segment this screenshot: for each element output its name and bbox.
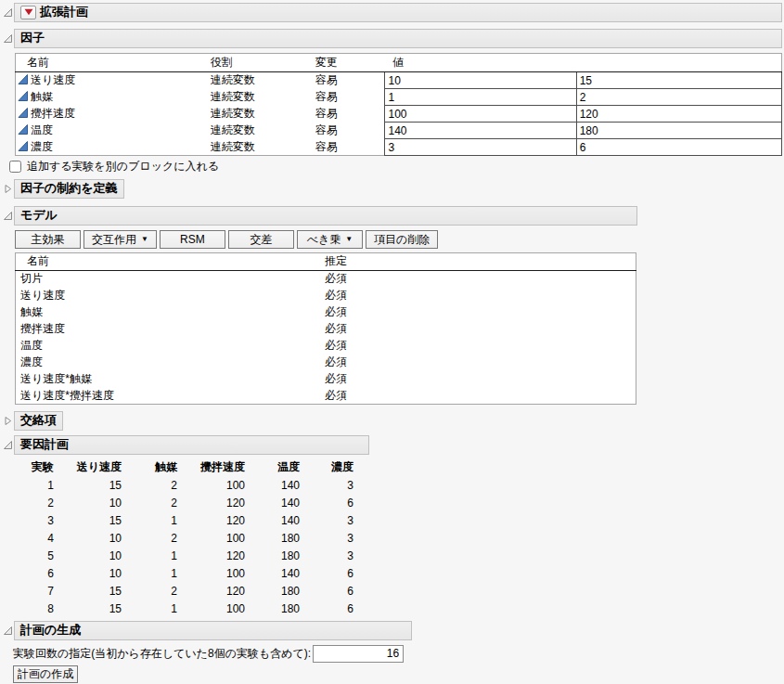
factors-table: 名前 役割 変更 値 送り速度 連続変数 容易 10 15 触媒 連続変数 容易… xyxy=(15,53,782,156)
design-run-row: 81511001806 xyxy=(13,600,353,617)
term-estimate-cell[interactable]: 必須 xyxy=(320,321,636,338)
factors-header-row: 名前 役割 変更 値 xyxy=(16,54,782,72)
factor-role-cell[interactable]: 連続変数 xyxy=(207,139,312,156)
section-factorial-header: 要因計画 xyxy=(2,435,784,455)
term-estimate-cell[interactable]: 必須 xyxy=(320,388,636,405)
cell-value: 2 xyxy=(122,582,177,600)
remove-term-button[interactable]: 項目の削除 xyxy=(366,230,438,249)
disclosure-open-icon[interactable] xyxy=(2,435,14,455)
factor-role-cell[interactable]: 連続変数 xyxy=(207,123,312,139)
disclosure-closed-icon[interactable] xyxy=(2,411,14,431)
col-header-name: 名前 xyxy=(16,54,207,72)
continuous-factor-icon xyxy=(18,141,29,154)
separate-block-checkbox[interactable] xyxy=(9,161,21,173)
cross-button[interactable]: 交差 xyxy=(228,230,294,249)
term-estimate-cell[interactable]: 必須 xyxy=(320,355,636,371)
term-name-cell[interactable]: 攪拌速度 xyxy=(16,321,320,338)
disclosure-open-icon[interactable] xyxy=(2,3,14,22)
factor-role-cell[interactable]: 連続変数 xyxy=(207,72,312,89)
model-term-row[interactable]: 送り速度*攪拌速度必須 xyxy=(16,388,636,405)
factor-low-value-cell[interactable]: 10 xyxy=(385,72,576,89)
factors-title-bar: 因子 xyxy=(14,29,782,48)
factor-row: 攪拌速度 連続変数 容易 100 120 xyxy=(16,106,782,123)
factor-low-value-cell[interactable]: 3 xyxy=(385,139,576,156)
col-header-catalyst: 触媒 xyxy=(122,458,177,476)
model-term-row[interactable]: 濃度必須 xyxy=(16,355,636,371)
factor-name-cell[interactable]: 送り速度 xyxy=(16,72,207,89)
factor-high-value-cell[interactable]: 15 xyxy=(576,72,781,89)
cell-value: 15 xyxy=(54,600,122,617)
cell-value: 2 xyxy=(122,494,177,511)
factor-change-cell[interactable]: 容易 xyxy=(312,89,385,106)
term-name-cell[interactable]: 触媒 xyxy=(16,304,320,321)
cell-value: 6 xyxy=(300,582,353,600)
rsm-button[interactable]: RSM xyxy=(160,230,225,249)
model-term-row[interactable]: 触媒必須 xyxy=(16,304,636,321)
disclosure-closed-icon[interactable] xyxy=(2,179,14,199)
model-term-row[interactable]: 送り速度*触媒必須 xyxy=(16,371,636,388)
factor-change-cell[interactable]: 容易 xyxy=(312,123,385,139)
term-name-cell[interactable]: 切片 xyxy=(16,271,320,288)
factor-change-cell[interactable]: 容易 xyxy=(312,72,385,89)
term-name-cell[interactable]: 送り速度 xyxy=(16,288,320,304)
term-name-cell[interactable]: 送り速度*触媒 xyxy=(16,371,320,388)
factor-name-cell[interactable]: 温度 xyxy=(16,123,207,139)
runs-count-input[interactable] xyxy=(313,645,404,663)
cell-value: 10 xyxy=(54,547,122,564)
model-term-row[interactable]: 攪拌速度必須 xyxy=(16,321,636,338)
model-term-row[interactable]: 送り速度必須 xyxy=(16,288,636,304)
factor-high-value-cell[interactable]: 2 xyxy=(576,89,781,106)
factorial-header-row: 実験 送り速度 触媒 攪拌速度 温度 濃度 xyxy=(13,458,353,476)
design-run-row: 21021201406 xyxy=(13,494,353,511)
term-name-cell[interactable]: 温度 xyxy=(16,338,320,355)
cell-value: 6 xyxy=(300,600,353,617)
alias-title: 交絡項 xyxy=(20,412,57,429)
cell-value: 120 xyxy=(177,494,245,511)
term-estimate-cell[interactable]: 必須 xyxy=(320,338,636,355)
factor-row: 触媒 連続変数 容易 1 2 xyxy=(16,89,782,106)
term-estimate-cell[interactable]: 必須 xyxy=(320,304,636,321)
constraints-title-bar: 因子の制約を定義 xyxy=(14,179,124,199)
factor-name-cell[interactable]: 触媒 xyxy=(16,89,207,106)
model-term-row[interactable]: 温度必須 xyxy=(16,338,636,355)
powers-dropdown-button[interactable]: べき乗▼ xyxy=(297,230,363,249)
factor-role-cell[interactable]: 連続変数 xyxy=(207,89,312,106)
cell-value: 120 xyxy=(177,511,245,529)
factor-high-value-cell[interactable]: 180 xyxy=(576,123,781,139)
col-header-stir-rate: 攪拌速度 xyxy=(177,458,245,476)
cell-value: 3 xyxy=(300,529,353,547)
term-name-cell[interactable]: 送り速度*攪拌速度 xyxy=(16,388,320,405)
term-estimate-cell[interactable]: 必須 xyxy=(320,371,636,388)
col-header-role: 役割 xyxy=(207,54,312,72)
factor-low-value-cell[interactable]: 100 xyxy=(385,106,576,123)
disclosure-open-icon[interactable] xyxy=(2,206,14,226)
disclosure-open-icon[interactable] xyxy=(2,29,14,48)
model-term-row[interactable]: 切片必須 xyxy=(16,271,636,288)
term-name-cell[interactable]: 濃度 xyxy=(16,355,320,371)
generation-title-bar: 計画の生成 xyxy=(14,621,412,640)
factor-name-cell[interactable]: 攪拌速度 xyxy=(16,106,207,123)
factor-low-value-cell[interactable]: 140 xyxy=(385,123,576,139)
factor-low-value-cell[interactable]: 1 xyxy=(385,89,576,106)
cell-value: 140 xyxy=(245,494,300,511)
factors-title: 因子 xyxy=(20,30,45,46)
cell-value: 180 xyxy=(245,529,300,547)
disclosure-open-icon[interactable] xyxy=(2,621,14,640)
main-effects-button[interactable]: 主効果 xyxy=(15,230,81,249)
term-estimate-cell[interactable]: 必須 xyxy=(320,271,636,288)
factor-name-cell[interactable]: 濃度 xyxy=(16,139,207,156)
red-triangle-menu-button[interactable] xyxy=(20,6,36,19)
open-triangle-icon xyxy=(3,440,13,450)
factor-change-cell[interactable]: 容易 xyxy=(312,106,385,123)
interactions-dropdown-button[interactable]: 交互作用▼ xyxy=(84,230,157,249)
cell-value: 1 xyxy=(122,511,177,529)
term-estimate-cell[interactable]: 必須 xyxy=(320,288,636,304)
factor-high-value-cell[interactable]: 6 xyxy=(576,139,781,156)
constraints-title: 因子の制約を定義 xyxy=(20,180,118,197)
design-run-row: 51011201803 xyxy=(13,547,353,564)
factor-change-cell[interactable]: 容易 xyxy=(312,139,385,156)
factor-role-cell[interactable]: 連続変数 xyxy=(207,106,312,123)
factor-high-value-cell[interactable]: 120 xyxy=(576,106,781,123)
make-design-button[interactable]: 計画の作成 xyxy=(13,665,78,683)
closed-triangle-icon xyxy=(3,184,13,194)
